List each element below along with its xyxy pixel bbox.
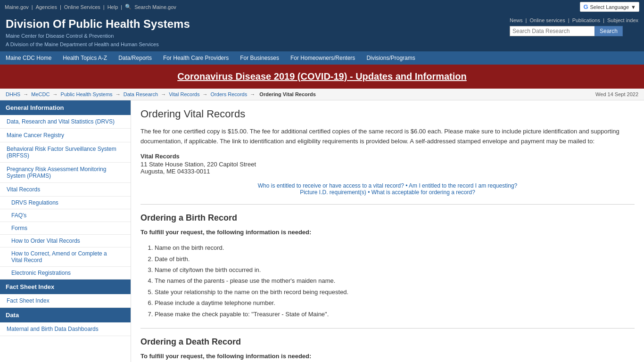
picture-id-link[interactable]: Picture I.D. requirement(s) • What is ac… <box>140 189 635 196</box>
sidebar-item-maternal-birth[interactable]: Maternal and Birth Data Dashboards <box>0 322 131 336</box>
address-block: Vital Records 11 State House Station, 22… <box>140 153 635 175</box>
address-line1: 11 State House Station, 220 Capitol Stre… <box>140 161 256 168</box>
list-item: The names of the parents - please use th… <box>155 275 635 286</box>
sidebar-item-vital-records[interactable]: Vital Records <box>0 183 131 197</box>
death-record-subtitle: To fulfill your request, the following i… <box>140 352 635 362</box>
sidebar-item-how-correct[interactable]: How to Correct, Amend or Complete a Vita… <box>0 247 131 267</box>
site-header: Division Of Public Health Systems Maine … <box>0 14 644 51</box>
date-display: Wed 14 Sept 2022 <box>595 91 638 97</box>
search-button[interactable]: Search <box>594 26 623 36</box>
breadcrumb: DHHS → MeCDC → Public Health Systems → D… <box>6 91 317 97</box>
covid-link[interactable]: Coronavirus Disease 2019 (COVID-19) - Up… <box>177 71 467 82</box>
search-maine-link[interactable]: Search Maine.gov <box>134 4 176 10</box>
list-item: State your relationship to the name on t… <box>155 287 635 297</box>
top-bar-right: G Select Language ▼ <box>580 2 639 12</box>
google-translate[interactable]: G Select Language ▼ <box>580 2 639 12</box>
dropdown-arrow: ▼ <box>631 4 636 10</box>
header-right: News | Online services | Publications | … <box>510 17 638 36</box>
page-title: Ordering Vital Records <box>140 108 635 120</box>
sidebar-header-general: General Information <box>0 100 131 115</box>
nav-data-reports[interactable]: Data/Reports <box>113 51 157 65</box>
header-left: Division Of Public Health Systems Maine … <box>6 17 190 49</box>
search-box: Search <box>510 26 638 36</box>
nav-health-care-providers[interactable]: For Health Care Providers <box>157 51 234 65</box>
site-subtitle1: Maine Center for Disease Control & Preve… <box>6 32 190 40</box>
sidebar-header-fact-sheet: Fact Sheet Index <box>0 280 131 294</box>
online-services-header-link[interactable]: Online services <box>529 17 565 23</box>
sidebar-item-fact-sheet-index[interactable]: Fact Sheet Index <box>0 294 131 308</box>
publications-link[interactable]: Publications <box>572 17 600 23</box>
nav-businesses[interactable]: For Businesses <box>234 51 285 65</box>
subject-index-link[interactable]: Subject index <box>607 17 638 23</box>
list-item: Please make the check payable to: "Treas… <box>155 309 635 320</box>
sidebar-item-drvs-regulations[interactable]: DRVS Regulations <box>0 197 131 209</box>
site-title: Division Of Public Health Systems <box>6 17 190 31</box>
list-item: Name on the birth record. <box>155 242 635 253</box>
search-input[interactable] <box>510 26 594 36</box>
breadcrumb-mecdc[interactable]: MeCDC <box>31 91 50 97</box>
sidebar-item-brfss[interactable]: Behavioral Risk Factor Surveillance Syst… <box>0 142 131 163</box>
top-bar-left: Maine.gov | Agencies | Online Services |… <box>5 4 176 10</box>
death-record-title: Ordering a Death Record <box>140 337 635 347</box>
breadcrumb-bar: DHHS → MeCDC → Public Health Systems → D… <box>0 89 644 100</box>
agencies-link[interactable]: Agencies <box>36 4 57 10</box>
nav-divisions[interactable]: Divisions/Programs <box>361 51 421 65</box>
maine-gov-link[interactable]: Maine.gov <box>5 4 29 10</box>
breadcrumb-data-research[interactable]: Data Research <box>124 91 158 97</box>
nav-health-topics[interactable]: Health Topics A-Z <box>57 51 113 65</box>
sidebar-header-data: Data <box>0 308 131 322</box>
sidebar: General Information Data, Research and V… <box>0 100 131 362</box>
birth-record-list: Name on the birth record. Date of birth.… <box>155 242 635 320</box>
header-links: News | Online services | Publications | … <box>510 17 638 23</box>
sidebar-item-electronic-reg[interactable]: Electronic Registrations <box>0 267 131 280</box>
nav-homeowners[interactable]: For Homeowners/Renters <box>285 51 361 65</box>
vital-record-links: Who is entitled to receive or have acces… <box>140 182 635 196</box>
sidebar-item-forms[interactable]: Forms <box>0 222 131 235</box>
help-link[interactable]: Help <box>107 4 118 10</box>
divider-1 <box>140 204 635 205</box>
birth-record-title: Ordering a Birth Record <box>140 213 635 223</box>
breadcrumb-orders-records[interactable]: Orders Records <box>211 91 248 97</box>
sidebar-item-cancer-registry[interactable]: Maine Cancer Registry <box>0 129 131 142</box>
address-line2: Augusta, ME 04333-0011 <box>140 168 210 175</box>
sidebar-item-how-order[interactable]: How to Order Vital Records <box>0 235 131 247</box>
site-subtitle2: A Division of the Maine Department of He… <box>6 41 190 49</box>
select-language-label: Select Language <box>590 4 629 10</box>
sidebar-item-drvs[interactable]: Data, Research and Vital Statistics (DRV… <box>0 115 131 129</box>
top-bar: Maine.gov | Agencies | Online Services |… <box>0 0 644 14</box>
nav-maine-cdc-home[interactable]: Maine CDC Home <box>0 51 57 65</box>
nav-bar: Maine CDC Home Health Topics A-Z Data/Re… <box>0 51 644 65</box>
breadcrumb-vital-records[interactable]: Vital Records <box>169 91 199 97</box>
address-name: Vital Records <box>140 153 635 160</box>
birth-record-subtitle: To fulfill your request, the following i… <box>140 228 635 238</box>
google-g-icon: G <box>583 3 588 10</box>
breadcrumb-dhhs[interactable]: DHHS <box>6 91 20 97</box>
entitlement-link[interactable]: Who is entitled to receive or have acces… <box>140 182 635 189</box>
list-item: Please include a daytime telephone numbe… <box>155 297 635 308</box>
content-area: Ordering Vital Records The fee for one c… <box>131 100 644 362</box>
intro-text: The fee for one certified copy is $15.00… <box>140 127 635 147</box>
main-layout: General Information Data, Research and V… <box>0 100 644 362</box>
sidebar-item-prams[interactable]: Pregnancy Risk Assessment Monitoring Sys… <box>0 163 131 183</box>
breadcrumb-current: Ordering Vital Records <box>259 91 316 97</box>
list-item: Date of birth. <box>155 254 635 264</box>
list-item: Name of city/town the birth occurred in. <box>155 264 635 275</box>
covid-banner: Coronavirus Disease 2019 (COVID-19) - Up… <box>0 65 644 89</box>
divider-2 <box>140 328 635 329</box>
news-link[interactable]: News <box>510 17 523 23</box>
breadcrumb-public-health[interactable]: Public Health Systems <box>61 91 113 97</box>
sidebar-item-faq[interactable]: FAQ's <box>0 209 131 222</box>
online-services-link[interactable]: Online Services <box>64 4 100 10</box>
